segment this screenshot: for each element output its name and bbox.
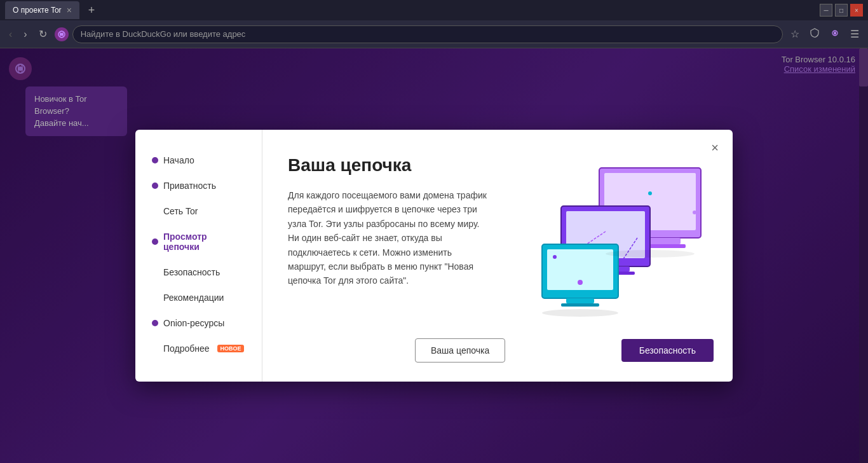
security-button[interactable]: Безопасность xyxy=(621,339,714,362)
tor-logo-icon xyxy=(55,27,69,41)
nav-dot-start xyxy=(152,157,158,163)
nav-item-tor-network[interactable]: Сеть Tor xyxy=(148,200,249,223)
browser-toolbar: ‹ › ↻ Найдите в DuckDuckGo или введите а… xyxy=(0,20,868,48)
svg-rect-20 xyxy=(561,303,599,307)
modal-footer: Ваша цепочка Безопасность xyxy=(415,338,714,363)
svg-rect-19 xyxy=(566,298,594,303)
address-placeholder: Найдите в DuckDuckGo или введите адрес xyxy=(81,29,246,39)
nav-label-tor-network: Сеть Tor xyxy=(163,206,198,216)
svg-point-28 xyxy=(606,250,695,258)
svg-point-27 xyxy=(542,309,618,317)
circuit-illustration xyxy=(536,149,714,327)
minimize-button[interactable]: ─ xyxy=(820,4,832,17)
active-tab[interactable]: О проекте Tor × xyxy=(5,1,79,19)
onboarding-modal: × Начало Приватность Сеть Tor Прос xyxy=(135,130,733,382)
modal-navigation: Начало Приватность Сеть Tor Просмотр цеп… xyxy=(135,130,262,382)
nav-item-security[interactable]: Безопасность xyxy=(148,261,249,284)
close-button[interactable]: × xyxy=(850,4,863,17)
nav-badge-new: НОВОЕ xyxy=(217,345,245,352)
nav-dot-recommendations xyxy=(152,294,158,301)
forward-button[interactable]: › xyxy=(20,26,31,43)
nav-item-circuit-view[interactable]: Просмотр цепочки xyxy=(148,225,249,258)
maximize-button[interactable]: □ xyxy=(835,4,848,17)
nav-item-privacy[interactable]: Приватность xyxy=(148,174,249,197)
back-button[interactable]: ‹ xyxy=(5,26,16,43)
titlebar-left: О проекте Tor × + xyxy=(5,1,98,19)
bookmark-star-button[interactable]: ☆ xyxy=(787,25,803,43)
svg-point-26 xyxy=(553,255,557,259)
svg-point-24 xyxy=(648,191,652,195)
nav-label-start: Начало xyxy=(163,155,194,165)
nav-item-recommendations[interactable]: Рекомендации xyxy=(148,286,249,309)
nav-label-privacy: Приватность xyxy=(163,181,216,191)
nav-label-circuit-view: Просмотр цепочки xyxy=(163,232,245,252)
nav-dot-circuit-view xyxy=(152,238,158,245)
nav-label-recommendations: Рекомендации xyxy=(163,293,224,303)
toolbar-right-icons: ☆ ☰ xyxy=(787,25,863,43)
tor-settings-button[interactable] xyxy=(826,25,844,43)
modal-overlay: × Начало Приватность Сеть Tor Прос xyxy=(0,48,868,463)
svg-point-1 xyxy=(60,32,63,36)
shield-button[interactable] xyxy=(806,25,824,43)
nav-label-more: Подробнее xyxy=(163,343,210,354)
tab-close-btn[interactable]: × xyxy=(67,6,72,15)
svg-point-25 xyxy=(693,211,696,214)
nav-dot-privacy xyxy=(152,183,158,189)
address-bar[interactable]: Найдите в DuckDuckGo или введите адрес xyxy=(72,25,783,43)
circuit-button[interactable]: Ваша цепочка xyxy=(415,338,505,363)
nav-item-onion[interactable]: Onion-ресурсы xyxy=(148,312,249,335)
svg-point-23 xyxy=(578,280,583,285)
window-titlebar: О проекте Tor × + ─ □ × xyxy=(0,0,868,20)
nav-item-more[interactable]: Подробнее НОВОЕ xyxy=(148,337,249,360)
tab-label: О проекте Tor xyxy=(13,6,62,15)
modal-body: Ваша цепочка Для каждого посещаемого вам… xyxy=(262,130,733,382)
main-content: Новичок в Tor Browser?Давайте нач... Tor… xyxy=(0,48,868,463)
window-controls: ─ □ × xyxy=(820,4,863,17)
reload-button[interactable]: ↻ xyxy=(35,25,51,43)
modal-description: Для каждого посещаемого вами домена траф… xyxy=(288,188,491,288)
nav-item-start[interactable]: Начало xyxy=(148,149,249,172)
nav-dot-more xyxy=(152,345,158,352)
hamburger-menu-button[interactable]: ☰ xyxy=(846,25,863,43)
nav-dot-tor-network xyxy=(152,208,158,214)
nav-label-onion: Onion-ресурсы xyxy=(163,318,224,328)
new-tab-button[interactable]: + xyxy=(85,4,99,17)
nav-label-security: Безопасность xyxy=(163,267,220,277)
nav-dot-onion xyxy=(152,320,158,326)
nav-dot-security xyxy=(152,269,158,275)
